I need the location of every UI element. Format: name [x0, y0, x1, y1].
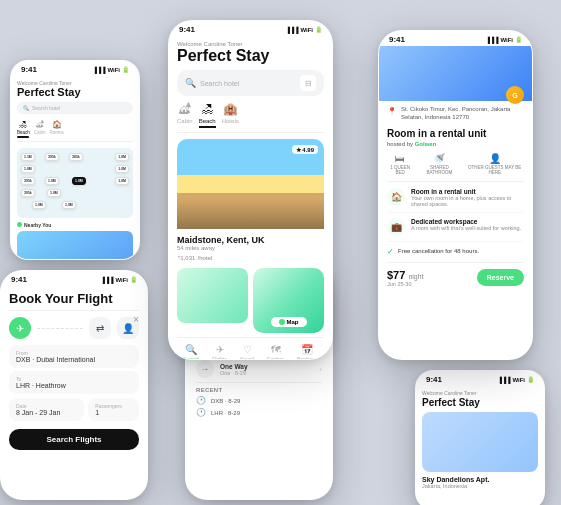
location-text-3: St. Cikoko Timur, Kec. Pancoran, Jakarta…	[401, 106, 524, 122]
price-dot-active[interactable]: 1.0M	[72, 177, 86, 185]
price-dot-13[interactable]: 1.0M	[62, 201, 76, 209]
nav-explore-label-2: Explore	[267, 356, 284, 360]
battery-icon-6: 🔋	[527, 376, 534, 383]
cat-tab-rooms-1[interactable]: 🏠 Rooms	[50, 120, 64, 138]
price-dot-2[interactable]: 395k	[45, 153, 59, 161]
nav-explore-2[interactable]: 🗺 Explore	[267, 344, 284, 360]
search-bar-1[interactable]: 🔍 Search hotel	[17, 102, 133, 114]
cat-tab-cabin-2[interactable]: 🏕 Cabin	[177, 102, 193, 128]
oneway-icon-5: →	[196, 360, 214, 378]
status-bar-3: 9:41 ▐▐▐ WiFi 🔋	[379, 31, 532, 46]
feature-1-text-3: Room in a rental unit Your own room in a…	[411, 188, 524, 207]
time-1: 9:41	[21, 65, 37, 74]
guests-icon-3: 👤	[489, 153, 501, 164]
cat-tab-beach-1[interactable]: 🏖 Beach	[17, 120, 30, 138]
map-label-btn-2[interactable]: Map	[271, 317, 307, 327]
phone-2-content: Welcome Caroline Toner Perfect Stay 🔍 Se…	[169, 36, 332, 360]
phone-1-perfect-stay-main: 9:41 ▐▐▐ WiFi 🔋 Welcome Caroline Toner P…	[10, 60, 140, 260]
price-dot-10[interactable]: 395k	[21, 189, 35, 197]
price-dot-8[interactable]: 1.0M	[45, 177, 59, 185]
price-dot-6[interactable]: 1.0M	[115, 165, 129, 173]
amenities-row-3: 🛏 1 QUEEN BED 🚿 SHARED BATHROOM 👤 OTHER …	[387, 153, 524, 182]
cat-label-rooms-1: Rooms	[50, 130, 64, 135]
from-value-4: DXB · Dubai International	[16, 356, 132, 363]
hotels-icon-2: 🏨	[223, 102, 238, 116]
hotel-card-2[interactable]: ★ 4.99 Maidstone, Kent, UK 54 miles away…	[177, 139, 324, 262]
cat-tab-cabin-1[interactable]: 🏕 Cabin	[34, 120, 46, 138]
nav-saved-icon-2: ♡	[243, 344, 252, 355]
cat-tab-beach-2[interactable]: 🏖 Beach	[199, 102, 216, 128]
host-avatar-3: G	[506, 86, 524, 104]
price-section-3: $77 night Jun 25-30	[387, 269, 424, 287]
from-field-4[interactable]: From DXB · Dubai International	[9, 345, 139, 368]
cat-label-beach-1: Beach	[17, 130, 30, 135]
price-night-3: $77 night	[387, 269, 424, 281]
price-dot-9[interactable]: 1.0M	[115, 177, 129, 185]
status-bar-6: 9:41 ▐▐▐ WiFi 🔋	[416, 371, 544, 386]
price-dot-12[interactable]: 1.0M	[32, 201, 46, 209]
price-dot-5[interactable]: 1.0M	[21, 165, 35, 173]
bottom-nav-2: 🔍 Search ✈ Flights ♡ Saved 🗺 Explore 📅	[177, 337, 324, 360]
rating-badge-2: ★ 4.99	[292, 145, 318, 154]
nav-explore-icon-2: 🗺	[271, 344, 281, 355]
recent-label-5: Recent	[196, 387, 322, 393]
search-bar-2[interactable]: 🔍 Search hotel ⊟	[177, 70, 324, 96]
battery-icon-1: 🔋	[122, 66, 129, 73]
time-3: 9:41	[389, 35, 405, 44]
wifi-icon-4: WiFi	[115, 277, 128, 283]
pax-field-4[interactable]: Passengers 1	[88, 398, 139, 421]
signal-icon-3: ▐▐▐	[486, 37, 499, 43]
price-dot-3[interactable]: 385k	[69, 153, 83, 161]
nav-saved-2[interactable]: ♡ Saved	[240, 344, 254, 360]
status-bar-4: 9:41 ▐▐▐ WiFi 🔋	[1, 271, 147, 286]
price-dot-4[interactable]: 1.0M	[115, 153, 129, 161]
nav-bookings-2[interactable]: 📅 Bookings	[297, 344, 318, 360]
flight-return-icon-4: ⇄	[89, 317, 111, 339]
beach-icon-2: 🏖	[201, 102, 213, 116]
nav-flights-label-2: Flights	[212, 356, 227, 360]
flight-title-4: Book Your Flight	[9, 291, 139, 306]
map-area-1[interactable]: 1.1M 395k 385k 1.0M 1.0M 1.0M 395k 1.0M …	[17, 148, 133, 218]
to-field-4[interactable]: To LHR · Heathrow	[9, 371, 139, 394]
feature-1-title-3: Room in a rental unit	[411, 188, 524, 195]
recent-item-2-5[interactable]: 🕐 LHR · 8-29	[196, 408, 322, 417]
wifi-icon-3: WiFi	[500, 37, 513, 43]
phone-6-hotel-name: Sky Dandelions Apt.	[422, 476, 538, 483]
check-icon-3: ✓	[387, 247, 394, 256]
cabin-icon-1: 🏕	[36, 120, 44, 129]
time-6: 9:41	[426, 375, 442, 384]
recent-item-1-5[interactable]: 🕐 DXB · 8-29	[196, 396, 322, 405]
date-field-4[interactable]: Date 8 Jan - 29 Jan	[9, 398, 84, 421]
category-tabs-2: 🏕 Cabin 🏖 Beach 🏨 Hotels	[177, 102, 324, 133]
battery-icon-2: 🔋	[315, 26, 322, 33]
bath-label-3: SHARED BATHROOM	[419, 165, 459, 175]
price-dot-11[interactable]: 1.0M	[47, 189, 61, 197]
recent-text-2-5: LHR · 8-29	[211, 410, 240, 416]
price-dot-7[interactable]: 395k	[21, 177, 35, 185]
price-dot-1[interactable]: 1.1M	[21, 153, 35, 161]
price-unit-3: night	[408, 273, 423, 280]
filter-button-2[interactable]: ⊟	[300, 75, 316, 91]
hotel-card-2b[interactable]	[177, 268, 248, 323]
signal-icon-1: ▐▐▐	[93, 67, 106, 73]
nav-search-2[interactable]: 🔍 Search	[183, 344, 199, 360]
map-card-2[interactable]: Map	[253, 268, 324, 333]
feature-1-desc-3: Your own room in a home, plus access to …	[411, 195, 524, 207]
nav-search-icon-2: 🔍	[185, 344, 197, 355]
close-button-4[interactable]: ×	[133, 314, 139, 325]
bed-label-3: 1 QUEEN BED	[387, 165, 413, 175]
search-flights-btn-4[interactable]: Search Flights	[9, 429, 139, 450]
reserve-button-3[interactable]: Reserve	[477, 269, 524, 286]
oneway-sub-5: One · 8-29	[220, 370, 248, 376]
trip-oneway-5[interactable]: → One Way One · 8-29 ›	[196, 360, 322, 383]
time-4: 9:41	[11, 275, 27, 284]
nav-flights-2[interactable]: ✈ Flights	[212, 344, 227, 360]
hotel-price-2: $1,031 /hotel	[177, 253, 324, 262]
cat-tab-hotels-2[interactable]: 🏨 Hotels	[222, 102, 239, 128]
guests-label-3: OTHER GUESTS MAY BE HERE	[465, 165, 524, 175]
time-2: 9:41	[179, 25, 195, 34]
second-row-2: Map	[177, 268, 324, 333]
oneway-arrow-5: ›	[319, 365, 322, 374]
hotel-card-1[interactable]: Sky Dandelions Apartment ★ 4.91 · Jakart…	[17, 231, 133, 261]
map-dot-green-2	[279, 319, 285, 325]
